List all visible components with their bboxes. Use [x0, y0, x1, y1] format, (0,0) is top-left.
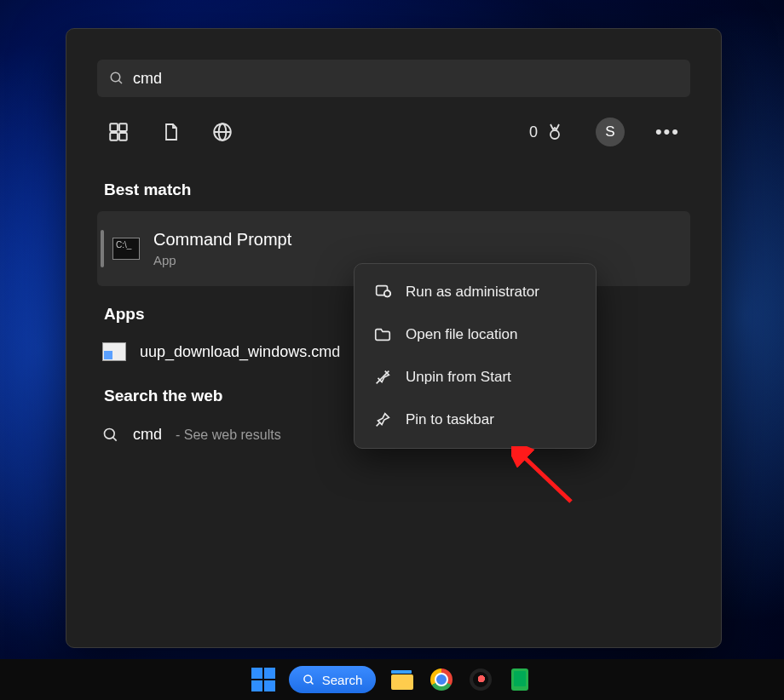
svg-rect-2	[110, 123, 118, 131]
ctx-label: Open file location	[406, 326, 517, 343]
svg-rect-5	[119, 133, 127, 141]
filter-row: 0 S •••	[97, 118, 690, 146]
taskbar: Search	[0, 659, 784, 700]
ctx-label: Run as administrator	[406, 284, 539, 301]
folder-icon	[373, 325, 392, 344]
taskbar-search-label: Search	[322, 673, 363, 687]
cmd-file-icon	[102, 342, 126, 361]
start-button[interactable]	[251, 668, 275, 691]
medal-icon	[545, 122, 565, 142]
search-icon	[109, 71, 124, 86]
taskbar-phonelink-icon[interactable]	[507, 667, 533, 692]
avatar-letter: S	[605, 123, 614, 141]
rewards-indicator[interactable]: 0	[529, 122, 565, 142]
taskbar-search-button[interactable]: Search	[289, 666, 377, 693]
apps-result-name: uup_download_windows.cmd	[140, 343, 340, 361]
ctx-label: Pin to taskbar	[406, 411, 494, 428]
unpin-icon	[373, 368, 392, 387]
ctx-open-file-location[interactable]: Open file location	[358, 313, 592, 356]
more-options-icon[interactable]: •••	[655, 121, 680, 143]
command-prompt-icon: C:\_	[112, 238, 140, 260]
ctx-label: Unpin from Start	[406, 369, 511, 386]
search-icon	[303, 674, 315, 686]
ctx-pin-to-taskbar[interactable]: Pin to taskbar	[358, 399, 592, 441]
context-menu: Run as administrator Open file location …	[354, 263, 597, 449]
svg-point-16	[304, 674, 312, 682]
web-hint: - See web results	[176, 427, 281, 443]
search-box[interactable]	[97, 60, 690, 97]
ctx-run-as-admin[interactable]: Run as administrator	[358, 271, 592, 313]
taskbar-explorer-icon[interactable]	[389, 667, 415, 692]
filter-apps-icon[interactable]	[107, 121, 130, 143]
ctx-unpin-from-start[interactable]: Unpin from Start	[358, 356, 592, 399]
svg-line-1	[118, 80, 122, 83]
taskbar-opera-icon[interactable]	[468, 667, 493, 692]
search-input[interactable]	[133, 70, 678, 88]
taskbar-chrome-icon[interactable]	[429, 667, 454, 692]
section-best-match: Best match	[104, 181, 690, 199]
filter-documents-icon[interactable]	[160, 121, 181, 143]
svg-line-11	[113, 437, 117, 440]
best-match-subtitle: App	[153, 253, 291, 267]
best-match-title: Command Prompt	[153, 230, 291, 250]
svg-rect-4	[110, 133, 118, 141]
filter-web-icon[interactable]	[211, 121, 233, 143]
search-icon	[102, 427, 119, 444]
svg-point-9	[551, 130, 559, 139]
shield-icon	[373, 283, 392, 301]
user-avatar[interactable]: S	[596, 118, 625, 146]
svg-point-10	[105, 428, 115, 439]
web-query: cmd	[133, 426, 162, 444]
svg-point-0	[111, 72, 120, 82]
pin-icon	[373, 410, 392, 429]
svg-line-14	[377, 422, 381, 427]
svg-rect-3	[119, 123, 127, 131]
selection-indicator	[101, 230, 104, 267]
svg-line-17	[310, 681, 313, 684]
rewards-points: 0	[529, 123, 538, 141]
